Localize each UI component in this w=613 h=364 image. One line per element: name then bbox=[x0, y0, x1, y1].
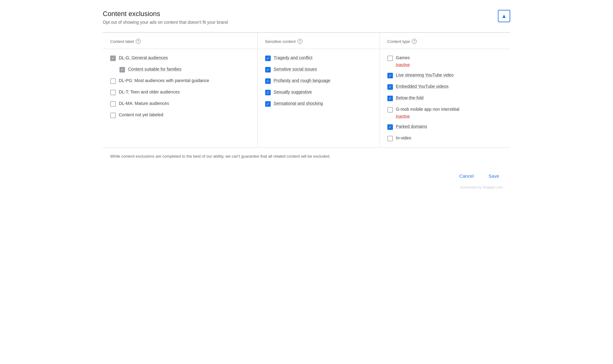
checkmark-icon: ✓ bbox=[389, 85, 392, 89]
sexually-suggestive-checkbox[interactable]: ✓ bbox=[265, 90, 271, 95]
social-issues-label[interactable]: Sensitive social issues bbox=[274, 67, 317, 72]
content-label-column: Content label ? ✓ DL-G: General audience… bbox=[103, 33, 258, 147]
g-mob-inactive-badge: Inactive bbox=[387, 114, 503, 118]
checkmark-icon: ✓ bbox=[266, 68, 269, 72]
checkmark-icon: ✓ bbox=[121, 68, 124, 72]
list-item: ✓ Content suitable for families bbox=[110, 67, 250, 72]
footer-note: While content exclusions are completed t… bbox=[103, 147, 510, 165]
live-streaming-checkbox[interactable]: ✓ bbox=[387, 73, 393, 78]
list-item: Games Inactive bbox=[387, 55, 503, 67]
content-label-header-text: Content label bbox=[110, 39, 134, 44]
page-wrapper: Content exclusions Opt out of showing yo… bbox=[90, 0, 523, 200]
in-video-label[interactable]: In-video bbox=[396, 135, 411, 140]
g-mob-row: G-mob mobile app non interstitial bbox=[387, 107, 503, 113]
list-item: G-mob mobile app non interstitial Inacti… bbox=[387, 107, 503, 118]
page-title: Content exclusions bbox=[103, 10, 228, 18]
checkmark-icon: ✓ bbox=[266, 102, 269, 106]
list-item: DL-MA: Mature audiences bbox=[110, 101, 250, 107]
sexually-suggestive-label[interactable]: Sexually suggestive bbox=[274, 89, 312, 94]
list-item: ✓ DL-G: General audiences bbox=[110, 55, 250, 61]
profanity-checkbox[interactable]: ✓ bbox=[265, 78, 271, 84]
list-item: DL-PG: Most audiences with parental guid… bbox=[110, 78, 250, 84]
list-item: ✓ Embedded YouTube videos bbox=[387, 84, 503, 90]
dl-ma-checkbox[interactable] bbox=[110, 101, 116, 107]
save-button[interactable]: Save bbox=[485, 171, 503, 181]
chevron-up-icon: ▲ bbox=[501, 13, 507, 19]
content-type-body: Games Inactive ✓ Live streaming YouTube … bbox=[380, 49, 510, 147]
parked-domains-checkbox[interactable]: ✓ bbox=[387, 124, 393, 130]
below-fold-label[interactable]: Below-the-fold bbox=[396, 95, 424, 100]
families-checkbox[interactable]: ✓ bbox=[119, 67, 125, 72]
content-type-header: Content type ? bbox=[380, 33, 510, 49]
dl-t-label[interactable]: DL-T: Teen and older audiences bbox=[119, 89, 180, 94]
header-row: Content exclusions Opt out of showing yo… bbox=[103, 10, 510, 25]
list-item: DL-T: Teen and older audiences bbox=[110, 89, 250, 95]
checkmark-icon: ✓ bbox=[266, 56, 269, 60]
dl-t-checkbox[interactable] bbox=[110, 90, 116, 95]
cancel-button[interactable]: Cancel bbox=[456, 171, 477, 181]
checkmark-icon: ✓ bbox=[266, 79, 269, 83]
content-type-help-icon[interactable]: ? bbox=[412, 39, 417, 44]
games-label[interactable]: Games bbox=[396, 55, 410, 60]
checkmark-icon: ✓ bbox=[389, 97, 392, 100]
profanity-label[interactable]: Profanity and rough language bbox=[274, 78, 331, 83]
sensitive-content-header: Sensitive content ? bbox=[258, 33, 380, 49]
sensitive-content-body: ✓ Tragedy and conflict ✓ Sensitive socia… bbox=[258, 49, 380, 113]
checkmark-icon: ✓ bbox=[111, 56, 115, 60]
games-checkbox[interactable] bbox=[387, 56, 393, 61]
g-mob-checkbox[interactable] bbox=[387, 107, 393, 113]
tragedy-label[interactable]: Tragedy and conflict bbox=[274, 55, 313, 60]
dl-g-checkbox[interactable]: ✓ bbox=[110, 56, 116, 61]
list-item: ✓ Profanity and rough language bbox=[265, 78, 372, 84]
list-item: Content not yet labeled bbox=[110, 112, 250, 118]
dl-g-label[interactable]: DL-G: General audiences bbox=[119, 55, 168, 60]
live-streaming-label[interactable]: Live streaming YouTube video bbox=[396, 72, 454, 77]
list-item: ✓ Sexually suggestive bbox=[265, 89, 372, 95]
in-video-checkbox[interactable] bbox=[387, 136, 393, 141]
not-labeled-checkbox[interactable] bbox=[110, 113, 116, 118]
content-type-header-text: Content type bbox=[387, 39, 410, 44]
dl-pg-checkbox[interactable] bbox=[110, 78, 116, 84]
list-item: In-video bbox=[387, 135, 503, 141]
sensational-checkbox[interactable]: ✓ bbox=[265, 101, 271, 107]
checkmark-icon: ✓ bbox=[389, 125, 392, 129]
subtitle: Opt out of showing your ads on content t… bbox=[103, 20, 228, 25]
list-item: ✓ Parked domains bbox=[387, 124, 503, 130]
parked-domains-label[interactable]: Parked domains bbox=[396, 124, 427, 129]
content-label-header: Content label ? bbox=[103, 33, 257, 49]
below-fold-checkbox[interactable]: ✓ bbox=[387, 96, 393, 101]
sensitive-content-help-icon[interactable]: ? bbox=[298, 39, 302, 44]
dl-ma-label[interactable]: DL-MA: Mature audiences bbox=[119, 101, 169, 106]
tragedy-checkbox[interactable]: ✓ bbox=[265, 56, 271, 61]
content-label-help-icon[interactable]: ? bbox=[136, 39, 141, 44]
list-item: ✓ Below-the-fold bbox=[387, 95, 503, 101]
checkmark-icon: ✓ bbox=[266, 91, 269, 94]
watermark: Screenshot by Xnapper.com bbox=[103, 184, 510, 190]
content-label-body: ✓ DL-G: General audiences ✓ Content suit… bbox=[103, 49, 257, 124]
list-item: ✓ Sensational and shocking bbox=[265, 101, 372, 107]
not-labeled-label[interactable]: Content not yet labeled bbox=[119, 112, 163, 117]
title-area: Content exclusions Opt out of showing yo… bbox=[103, 10, 228, 25]
games-inactive-badge: Inactive bbox=[387, 62, 503, 67]
collapse-button[interactable]: ▲ bbox=[498, 10, 510, 22]
families-label[interactable]: Content suitable for families bbox=[128, 67, 181, 72]
content-type-column: Content type ? Games Inactive ✓ bbox=[380, 33, 510, 147]
games-row: Games bbox=[387, 55, 503, 61]
actions-row: Cancel Save bbox=[103, 165, 510, 184]
embedded-youtube-checkbox[interactable]: ✓ bbox=[387, 84, 393, 90]
social-issues-checkbox[interactable]: ✓ bbox=[265, 67, 271, 72]
checkmark-icon: ✓ bbox=[389, 74, 392, 77]
dl-pg-label[interactable]: DL-PG: Most audiences with parental guid… bbox=[119, 78, 209, 83]
sensational-label[interactable]: Sensational and shocking bbox=[274, 101, 323, 106]
embedded-youtube-label[interactable]: Embedded YouTube videos bbox=[396, 84, 449, 89]
g-mob-label[interactable]: G-mob mobile app non interstitial bbox=[396, 107, 459, 112]
list-item: ✓ Tragedy and conflict bbox=[265, 55, 372, 61]
list-item: ✓ Live streaming YouTube video bbox=[387, 72, 503, 78]
sensitive-content-column: Sensitive content ? ✓ Tragedy and confli… bbox=[258, 33, 380, 147]
sensitive-content-header-text: Sensitive content bbox=[265, 39, 296, 44]
columns-container: Content label ? ✓ DL-G: General audience… bbox=[103, 32, 510, 147]
list-item: ✓ Sensitive social issues bbox=[265, 67, 372, 72]
